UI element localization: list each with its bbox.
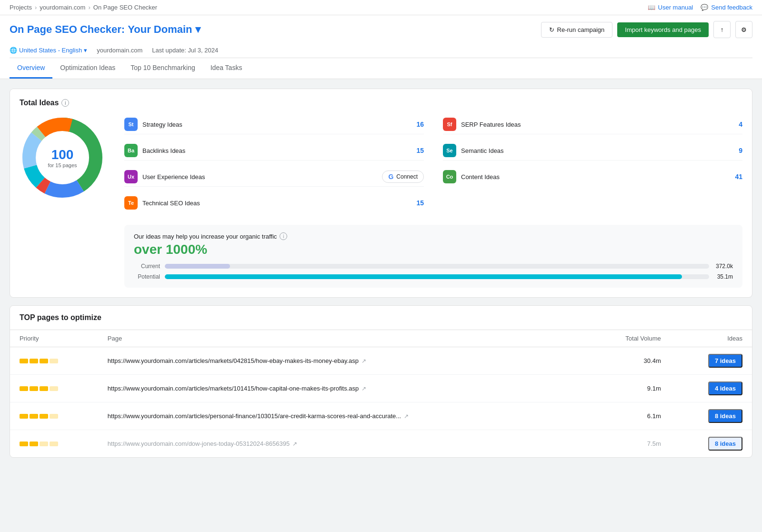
backlinks-badge: Ba (124, 144, 138, 157)
breadcrumb-current: On Page SEO Checker (93, 4, 157, 11)
priority-bar (20, 442, 28, 446)
serp-badge: Sf (443, 118, 456, 131)
technical-count[interactable]: 15 (414, 199, 424, 207)
top-pages-card: TOP pages to optimize Priority Page Tota… (10, 305, 752, 458)
locale-selector[interactable]: 🌐 United States - English ▾ (10, 47, 87, 54)
breadcrumb-domain[interactable]: yourdomain.com (40, 4, 85, 11)
tab-overview[interactable]: Overview (10, 58, 52, 79)
tab-idea-tasks[interactable]: Idea Tasks (203, 58, 250, 79)
semantic-count[interactable]: 9 (733, 147, 742, 154)
total-ideas-title: Total Ideas i (20, 99, 742, 107)
traffic-info-icon[interactable]: i (280, 232, 287, 240)
total-ideas-info-icon[interactable]: i (61, 99, 69, 107)
top-pages-title: TOP pages to optimize (10, 306, 752, 330)
user-manual-button[interactable]: 📖 User manual (648, 4, 693, 11)
breadcrumb: Projects › yourdomain.com › On Page SEO … (10, 4, 157, 11)
export-button[interactable]: ↑ (713, 21, 731, 38)
donut-number: 100 (48, 147, 77, 162)
priority-bar-dim (40, 442, 48, 446)
page-link[interactable]: https://www.yourdomain.com/dow-jones-tod… (108, 440, 578, 447)
google-connect-button[interactable]: G Connect (382, 171, 424, 183)
traffic-bars: Current 372.0k Potential 35.1m (134, 263, 733, 280)
strategy-count[interactable]: 16 (414, 120, 424, 128)
ux-label: User Experience Ideas (142, 173, 377, 181)
ux-badge: Ux (124, 170, 138, 183)
volume-cell: 7.5m (587, 430, 671, 458)
settings-button[interactable]: ⚙ (735, 21, 752, 38)
page-link[interactable]: https://www.yourdomain.com/articles/pers… (108, 412, 578, 420)
traffic-increase: over 1000% (134, 242, 733, 257)
donut-sub: for 15 pages (48, 162, 77, 168)
tab-top10-benchmarking[interactable]: Top 10 Benchmarking (123, 58, 202, 79)
external-link-icon: ↗ (361, 385, 366, 392)
top-bar: Projects › yourdomain.com › On Page SEO … (0, 0, 762, 15)
send-feedback-label: Send feedback (711, 4, 752, 11)
ideas-button[interactable]: 4 ideas (708, 381, 742, 395)
ideas-cell: 4 ideas (671, 375, 752, 402)
ideas-col-right: Sf SERP Features Ideas 4 Se Semantic Ide… (443, 115, 742, 212)
page-cell: https://www.yourdomain.com/dow-jones-tod… (98, 430, 587, 458)
priority-cell (10, 375, 98, 402)
page-url: https://www.yourdomain.com/articles/mark… (108, 385, 359, 392)
serp-count[interactable]: 4 (733, 120, 742, 128)
external-link-icon: ↗ (361, 358, 366, 364)
semantic-label: Semantic Ideas (461, 147, 728, 154)
page-url: https://www.yourdomain.com/articles/pers… (108, 412, 401, 420)
priority-bar-dim (50, 442, 58, 446)
gear-icon: ⚙ (741, 26, 747, 33)
priority-bar-dim (50, 386, 58, 391)
idea-row-backlinks: Ba Backlinks Ideas 15 (124, 141, 424, 161)
rerun-button[interactable]: ↻ Re-run campaign (541, 22, 613, 38)
priority-bar (30, 414, 38, 419)
priority-bars (20, 386, 89, 391)
page-link[interactable]: https://www.yourdomain.com/articles/mark… (108, 385, 578, 392)
idea-row-content: Co Content Ideas 41 (443, 167, 742, 186)
ideas-col-left: St Strategy Ideas 16 Ba Backlinks Ideas … (124, 115, 424, 212)
locale-label: United States - English (19, 47, 82, 54)
page-url: https://www.yourdomain.com/dow-jones-tod… (108, 440, 290, 447)
idea-row-strategy: St Strategy Ideas 16 (124, 115, 424, 134)
potential-label: Potential (134, 273, 160, 280)
donut-label: 100 for 15 pages (48, 147, 77, 168)
header-buttons: ↻ Re-run campaign Import keywords and pa… (541, 21, 752, 38)
globe-icon: 🌐 (10, 47, 17, 54)
priority-cell (10, 402, 98, 430)
donut-chart: 100 for 15 pages (20, 115, 105, 201)
tab-optimization-ideas[interactable]: Optimization Ideas (52, 58, 123, 79)
priority-bar (20, 386, 28, 391)
technical-label: Technical SEO Ideas (142, 200, 410, 207)
backlinks-count[interactable]: 15 (414, 147, 424, 154)
technical-badge: Te (124, 196, 138, 210)
current-bar-track (165, 264, 709, 269)
dropdown-caret-icon[interactable]: ▾ (195, 23, 201, 35)
feedback-icon: 💬 (701, 4, 708, 11)
ideas-button[interactable]: 7 ideas (708, 354, 742, 368)
ideas-button[interactable]: 8 ideas (708, 437, 742, 451)
header-row: On Page SEO Checker: Your Domain ▾ ↻ Re-… (10, 21, 752, 38)
table-row: https://www.yourdomain.com/articles/mark… (10, 375, 752, 402)
priority-cell (10, 430, 98, 458)
priority-bar (20, 414, 28, 419)
ideas-button[interactable]: 8 ideas (708, 409, 742, 423)
idea-row-serp: Sf SERP Features Ideas 4 (443, 115, 742, 134)
volume-cell: 6.1m (587, 402, 671, 430)
table-row: https://www.yourdomain.com/articles/mark… (10, 347, 752, 375)
current-bar-fill (165, 264, 230, 269)
content-count[interactable]: 41 (733, 173, 742, 181)
import-button[interactable]: Import keywords and pages (617, 22, 709, 37)
breadcrumb-sep1: › (35, 4, 37, 11)
send-feedback-button[interactable]: 💬 Send feedback (701, 4, 752, 11)
content-badge: Co (443, 170, 456, 183)
content-label: Content Ideas (461, 173, 728, 181)
semantic-badge: Se (443, 144, 456, 157)
book-icon: 📖 (648, 4, 655, 11)
priority-bar-dim (50, 414, 58, 419)
breadcrumb-projects[interactable]: Projects (10, 4, 32, 11)
page-link[interactable]: https://www.yourdomain.com/articles/mark… (108, 357, 578, 364)
header-section: On Page SEO Checker: Your Domain ▾ ↻ Re-… (0, 15, 762, 79)
rerun-label: Re-run campaign (557, 26, 605, 33)
priority-bar-dim (50, 359, 58, 363)
idea-row-technical: Te Technical SEO Ideas 15 (124, 193, 424, 212)
table-row: https://www.yourdomain.com/dow-jones-tod… (10, 430, 752, 458)
rerun-icon: ↻ (549, 26, 554, 33)
